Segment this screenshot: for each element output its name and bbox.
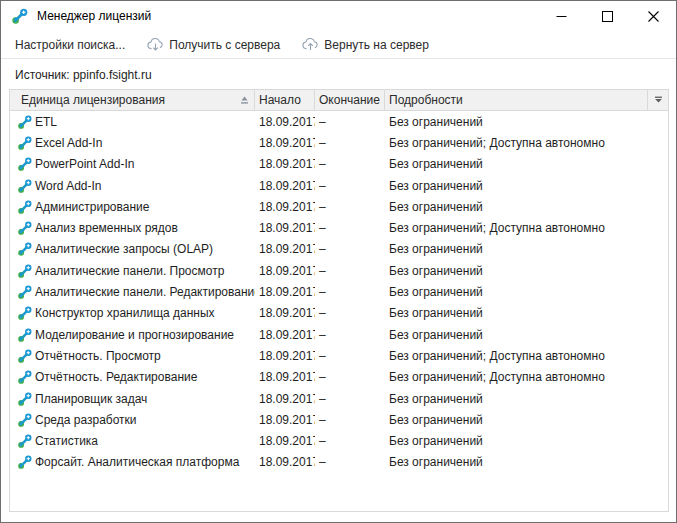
license-keys-icon — [17, 220, 33, 236]
table-row[interactable]: Среда разработки 18.09.2017 – Без ограни… — [10, 409, 668, 430]
license-keys-icon — [17, 241, 33, 257]
license-details: Без ограничений — [385, 179, 648, 193]
column-header-name[interactable]: Единица лицензирования — [10, 90, 255, 110]
license-end-date: – — [315, 306, 385, 320]
table-row[interactable]: Анализ временных рядов 18.09.2017 – Без … — [10, 217, 668, 238]
return-to-server-button[interactable]: Вернуть на сервер — [294, 34, 437, 56]
column-header-details[interactable]: Подробности — [385, 90, 648, 110]
license-name: PowerPoint Add-In — [35, 157, 134, 171]
table-row[interactable]: Аналитические панели. Просмотр 18.09.201… — [10, 260, 668, 281]
license-keys-icon — [17, 305, 33, 321]
table-row[interactable]: Планировщик задач 18.09.2017 – Без огран… — [10, 388, 668, 409]
license-name: Excel Add-In — [35, 136, 102, 150]
cloud-upload-icon — [302, 38, 319, 52]
sort-ascending-icon — [240, 96, 249, 105]
license-end-date: – — [315, 413, 385, 427]
license-end-date: – — [315, 179, 385, 193]
table-header: Единица лицензирования Начало Окончание … — [10, 90, 668, 111]
license-end-date: – — [315, 370, 385, 384]
table-body: ETL 18.09.2017 – Без ограничений Excel A… — [10, 111, 668, 473]
license-keys-icon — [17, 178, 33, 194]
license-start-date: 18.09.2017 — [255, 242, 315, 256]
license-start-date: 18.09.2017 — [255, 392, 315, 406]
table-row[interactable]: Отчётность. Просмотр 18.09.2017 – Без ог… — [10, 345, 668, 366]
license-end-date: – — [315, 349, 385, 363]
license-keys-icon — [17, 327, 33, 343]
license-details: Без ограничений — [385, 306, 648, 320]
source-label: Источник: ppinfo.fsight.ru — [1, 59, 676, 89]
license-start-date: 18.09.2017 — [255, 264, 315, 278]
license-keys-icon — [17, 284, 33, 300]
license-name: Моделирование и прогнозирование — [35, 328, 234, 342]
license-name: Среда разработки — [35, 413, 137, 427]
license-start-date: 18.09.2017 — [255, 306, 315, 320]
close-button[interactable] — [630, 1, 676, 31]
license-details: Без ограничений — [385, 200, 648, 214]
window-title: Менеджер лицензий — [37, 9, 538, 23]
license-details: Без ограничений; Доступна автономно — [385, 221, 648, 235]
table-row[interactable]: ETL 18.09.2017 – Без ограничений — [10, 111, 668, 132]
table-row[interactable]: Статистика 18.09.2017 – Без ограничений — [10, 430, 668, 451]
license-end-date: – — [315, 157, 385, 171]
return-to-server-label: Вернуть на сервер — [324, 38, 429, 52]
license-start-date: 18.09.2017 — [255, 200, 315, 214]
license-name: Форсайт. Аналитическая платформа — [35, 455, 239, 469]
license-end-date: – — [315, 434, 385, 448]
table-row[interactable]: PowerPoint Add-In 18.09.2017 – Без огран… — [10, 154, 668, 175]
license-end-date: – — [315, 115, 385, 129]
table-row[interactable]: Excel Add-In 18.09.2017 – Без ограничени… — [10, 132, 668, 153]
license-name: Аналитические панели. Редактирование — [35, 285, 255, 299]
license-keys-icon — [17, 263, 33, 279]
license-name: Аналитические панели. Просмотр — [35, 264, 224, 278]
license-name: ETL — [35, 115, 57, 129]
get-from-server-label: Получить с сервера — [169, 38, 280, 52]
license-details: Без ограничений — [385, 264, 648, 278]
license-keys-icon — [17, 199, 33, 215]
license-end-date: – — [315, 200, 385, 214]
table-row[interactable]: Word Add-In 18.09.2017 – Без ограничений — [10, 175, 668, 196]
license-start-date: 18.09.2017 — [255, 434, 315, 448]
license-keys-icon — [17, 454, 33, 470]
column-chooser-button[interactable] — [648, 90, 668, 110]
maximize-icon — [602, 11, 613, 22]
maximize-button[interactable] — [584, 1, 630, 31]
license-details: Без ограничений — [385, 242, 648, 256]
table-row[interactable]: Форсайт. Аналитическая платформа 18.09.2… — [10, 452, 668, 473]
license-end-date: – — [315, 455, 385, 469]
table-row[interactable]: Отчётность. Редактирование 18.09.2017 – … — [10, 367, 668, 388]
license-keys-icon — [17, 412, 33, 428]
table-row[interactable]: Аналитические панели. Редактирование 18.… — [10, 281, 668, 302]
license-table: Единица лицензирования Начало Окончание … — [9, 89, 669, 512]
license-keys-icon — [17, 114, 33, 130]
license-details: Без ограничений — [385, 413, 648, 427]
license-details: Без ограничений; Доступна автономно — [385, 370, 648, 384]
app-keys-icon — [11, 7, 29, 25]
search-settings-label: Настройки поиска... — [15, 38, 125, 52]
license-end-date: – — [315, 221, 385, 235]
license-keys-icon — [17, 348, 33, 364]
license-details: Без ограничений; Доступна автономно — [385, 136, 648, 150]
license-start-date: 18.09.2017 — [255, 328, 315, 342]
license-details: Без ограничений — [385, 328, 648, 342]
license-end-date: – — [315, 285, 385, 299]
table-row[interactable]: Моделирование и прогнозирование 18.09.20… — [10, 324, 668, 345]
license-name: Word Add-In — [35, 179, 101, 193]
table-row[interactable]: Конструктор хранилища данных 18.09.2017 … — [10, 303, 668, 324]
license-keys-icon — [17, 433, 33, 449]
column-header-start[interactable]: Начало — [255, 90, 315, 110]
license-start-date: 18.09.2017 — [255, 413, 315, 427]
get-from-server-button[interactable]: Получить с сервера — [139, 34, 288, 56]
license-keys-icon — [17, 391, 33, 407]
table-row[interactable]: Администрирование 18.09.2017 – Без огран… — [10, 196, 668, 217]
license-start-date: 18.09.2017 — [255, 370, 315, 384]
search-settings-button[interactable]: Настройки поиска... — [7, 34, 133, 56]
license-keys-icon — [17, 369, 33, 385]
license-start-date: 18.09.2017 — [255, 221, 315, 235]
license-manager-window: Менеджер лицензий Настройки поиска... По… — [0, 0, 677, 523]
column-header-end[interactable]: Окончание — [315, 90, 385, 110]
license-end-date: – — [315, 242, 385, 256]
license-details: Без ограничений — [385, 392, 648, 406]
license-end-date: – — [315, 136, 385, 150]
minimize-button[interactable] — [538, 1, 584, 31]
table-row[interactable]: Аналитические запросы (OLAP) 18.09.2017 … — [10, 239, 668, 260]
